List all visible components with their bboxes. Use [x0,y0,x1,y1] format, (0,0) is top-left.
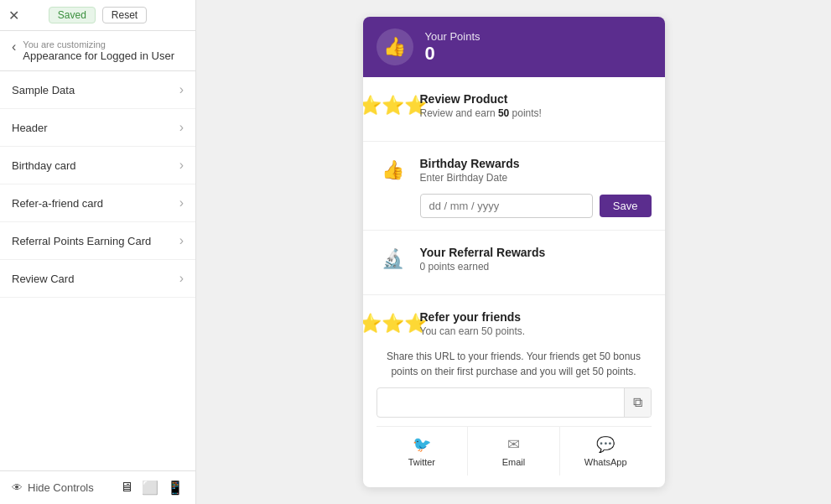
chevron-icon: › [179,158,184,173]
menu-item-label: Birthday card [12,159,76,172]
bottom-bar: 👁 Hide Controls 🖥 ⬜ 📱 [0,470,195,504]
email-label: Email [502,457,526,467]
desktop-icon[interactable]: 🖥 [120,480,133,496]
tablet-icon[interactable]: ⬜ [142,480,158,496]
menu-item-label: Review Card [12,273,74,285]
chevron-icon: › [179,120,184,135]
review-product-subtitle: Review and earn 50 points! [420,107,542,119]
points-header: 👍 Your Points 0 [363,17,665,77]
menu-item-refer-a-friend-card[interactable]: Refer-a-friend card› [0,184,195,222]
email-share-button[interactable]: ✉ Email [468,427,560,475]
review-icon: ⭐⭐⭐ [377,89,410,122]
chevron-icon: › [179,271,184,286]
referral-rewards-subtitle: 0 points earned [420,261,546,273]
back-button[interactable]: ‹ [12,39,16,55]
twitter-icon: 🐦 [413,435,431,454]
your-points-value: 0 [425,43,480,65]
reset-button[interactable]: Reset [102,7,147,23]
hide-controls-toggle[interactable]: 👁 Hide Controls [12,481,94,494]
whatsapp-share-button[interactable]: 💬 WhatsApp [560,427,652,475]
birthday-input-row: Save [420,194,652,218]
customizing-info: You are customizing Appearance for Logge… [23,39,174,62]
twitter-label: Twitter [408,457,435,467]
you-are-text: You are customizing [23,39,174,49]
menu-list: Sample Data›Header›Birthday card›Refer-a… [0,71,195,470]
refer-friends-subtitle: You can earn 50 points. [420,325,526,337]
device-icons: 🖥 ⬜ 📱 [120,480,184,496]
birthday-save-button[interactable]: Save [600,195,652,217]
whatsapp-icon: 💬 [596,435,615,454]
menu-item-label: Sample Data [12,84,75,96]
review-product-card: ⭐⭐⭐ Review Product Review and earn 50 po… [363,77,665,142]
nav-back: ‹ You are customizing Appearance for Log… [0,31,195,71]
saved-badge: Saved [49,7,96,23]
referral-rewards-title: Your Referral Rewards [420,246,546,259]
right-panel: 👍 Your Points 0 ⭐⭐⭐ Review Product Revie… [196,0,831,504]
twitter-share-button[interactable]: 🐦 Twitter [377,427,469,475]
menu-item-header[interactable]: Header› [0,109,195,147]
chevron-icon: › [179,195,184,210]
your-points-label: Your Points [425,30,480,43]
birthday-rewards-card: 👍 Birthday Rewards Enter Birthday Date S… [363,142,665,231]
share-url-input[interactable] [377,390,624,415]
review-product-title: Review Product [420,92,542,106]
menu-item-birthday-card[interactable]: Birthday card› [0,147,195,184]
left-panel: ✕ Saved Reset ‹ You are customizing Appe… [0,0,196,504]
points-icon: 👍 [377,29,413,65]
menu-item-label: Referral Points Earning Card [12,235,151,247]
referral-rewards-card: 🔬 Your Referral Rewards 0 points earned [363,231,665,295]
copy-url-button[interactable]: ⧉ [624,388,651,417]
hide-controls-label: Hide Controls [28,481,94,494]
birthday-rewards-subtitle: Enter Birthday Date [420,172,520,184]
birthday-rewards-title: Birthday Rewards [420,157,520,170]
refer-friends-icon: ⭐⭐⭐ [377,307,410,340]
birthday-input[interactable] [420,194,593,218]
share-text: Share this URL to your friends. Your fri… [377,349,652,379]
menu-item-label: Header [12,122,48,134]
close-button[interactable]: ✕ [8,8,19,23]
widget-container: 👍 Your Points 0 ⭐⭐⭐ Review Product Revie… [363,17,665,487]
menu-item-review-card[interactable]: Review Card› [0,260,195,298]
whatsapp-label: WhatsApp [584,457,627,467]
menu-item-label: Refer-a-friend card [12,197,103,210]
birthday-icon: 👍 [377,153,410,187]
refer-friends-title: Refer your friends [420,310,526,324]
mobile-icon[interactable]: 📱 [167,480,184,496]
top-bar: ✕ Saved Reset [0,0,195,31]
appearance-label: Appearance for Logged in User [23,49,174,62]
email-icon: ✉ [507,435,520,454]
eye-icon: 👁 [12,481,23,494]
menu-item-referral-points-earning-card[interactable]: Referral Points Earning Card› [0,222,195,260]
refer-friends-card: ⭐⭐⭐ Refer your friends You can earn 50 p… [363,295,665,487]
chevron-icon: › [179,233,184,248]
menu-item-sample-data[interactable]: Sample Data› [0,71,195,109]
chevron-icon: › [179,82,184,97]
social-share: 🐦 Twitter ✉ Email 💬 WhatsApp [377,426,652,475]
referral-rewards-icon: 🔬 [377,242,410,276]
share-url-row: ⧉ [377,387,652,418]
